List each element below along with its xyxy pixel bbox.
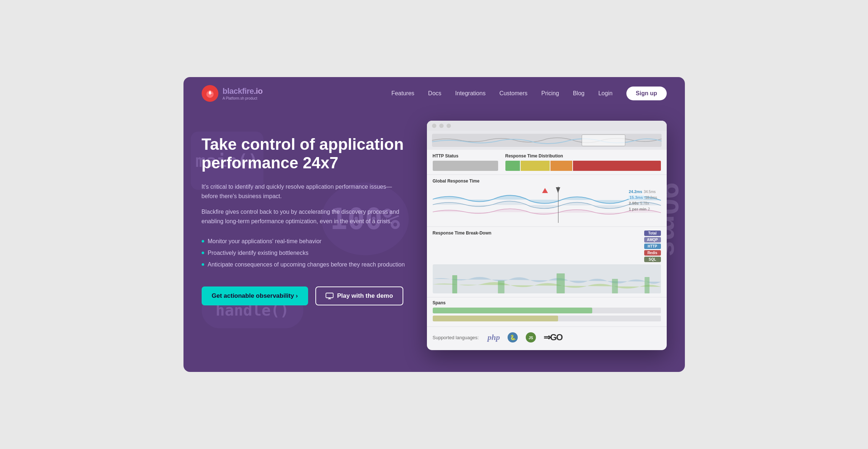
supported-languages: Supported languages: php 🐍 <box>427 326 667 346</box>
hero-buttons: Get actionable observability › Play with… <box>202 286 405 305</box>
bullet-3: Anticipate consequences of upcoming chan… <box>202 259 405 270</box>
nav-docs[interactable]: Docs <box>428 90 441 97</box>
hero-left: Take control of application performance … <box>202 124 405 350</box>
spans-bar-2 <box>433 316 661 321</box>
nav-customers[interactable]: Customers <box>499 90 527 97</box>
logo[interactable]: blackfire.io A Platform.sh product <box>202 85 263 102</box>
tag-total: Total <box>644 230 661 236</box>
nodejs-logo: JS <box>525 332 536 343</box>
status-row: HTTP Status Response Time Distribution <box>427 150 667 175</box>
panel-titlebar <box>427 121 667 131</box>
spans-fill-2 <box>433 316 558 321</box>
tag-amqp: AMQP <box>644 237 661 242</box>
titlebar-dot-1 <box>432 124 436 128</box>
svg-rect-3 <box>452 275 457 293</box>
rtb-title: Response Time Break-Down <box>433 230 492 236</box>
spans-fill-1 <box>433 308 593 313</box>
logo-subtitle: A Platform.sh product <box>223 96 263 100</box>
svg-text:🐍: 🐍 <box>509 334 516 341</box>
response-dist-block: Response Time Distribution <box>505 153 661 171</box>
tag-redis: Redis <box>644 250 661 256</box>
go-logo: ⇒GO <box>544 332 562 342</box>
bullet-dot-3 <box>202 263 204 266</box>
php-logo: php <box>488 333 500 342</box>
bullet-1: Monitor your applications' real-time beh… <box>202 236 405 247</box>
demo-button[interactable]: Play with the demo <box>315 286 403 305</box>
hero-section: main() 100% handle() 90ms Take control o… <box>183 110 685 372</box>
grt-val-4: 1 per min 2 <box>629 207 657 211</box>
signup-button[interactable]: Sign up <box>626 87 667 100</box>
bullet-dot-1 <box>202 240 204 242</box>
bullet-dot-2 <box>202 252 204 254</box>
logo-name: blackfire.io <box>223 87 263 96</box>
dashboard-panel: HTTP Status Response Time Distribution <box>427 121 667 350</box>
grt-title: Global Response Time <box>433 179 661 184</box>
grt-val-2: 15.3ms 18.2ms <box>629 195 657 200</box>
supported-langs-label: Supported languages: <box>433 335 479 340</box>
http-status-title: HTTP Status <box>433 153 498 159</box>
logo-text: blackfire.io A Platform.sh product <box>223 87 263 100</box>
dist-bar-red <box>573 161 661 171</box>
titlebar-dot-2 <box>439 124 444 128</box>
panel-timeline[interactable] <box>427 131 667 150</box>
navbar: blackfire.io A Platform.sh product Featu… <box>183 77 685 110</box>
bullet-2: Proactively identify existing bottleneck… <box>202 247 405 259</box>
svg-rect-1 <box>326 293 333 298</box>
http-status-block: HTTP Status <box>433 153 498 171</box>
nav-login[interactable]: Login <box>598 90 613 97</box>
spans-bar-1 <box>433 308 661 313</box>
dist-bars <box>505 161 661 171</box>
logo-icon <box>202 85 218 102</box>
dist-bar-orange <box>550 161 572 171</box>
spans-title: Spans <box>433 300 661 305</box>
rtb-header: Response Time Break-Down Total AMQP HTTP… <box>433 230 661 262</box>
cta-observability-button[interactable]: Get actionable observability › <box>202 286 308 305</box>
hero-right: HTTP Status Response Time Distribution <box>427 121 667 350</box>
titlebar-dot-3 <box>447 124 451 128</box>
dist-bar-yellow <box>521 161 550 171</box>
rtb-chart <box>433 264 661 293</box>
grt-values: 24.2ms 34.5ms 15.3ms 18.2ms 2.98s 5.78x <box>629 189 657 211</box>
nav-blog[interactable]: Blog <box>573 90 585 97</box>
nav-pricing[interactable]: Pricing <box>541 90 559 97</box>
timeline-track <box>432 134 662 147</box>
nav-links: Features Docs Integrations Customers Pri… <box>391 87 666 100</box>
spans-block: Spans <box>427 297 667 326</box>
grt-block: Global Response Time <box>427 175 667 227</box>
language-logos: php 🐍 JS ⇒GO <box>488 332 562 343</box>
svg-text:JS: JS <box>529 336 533 340</box>
nav-integrations[interactable]: Integrations <box>455 90 486 97</box>
timeline-handle[interactable] <box>582 135 625 146</box>
hero-desc2: Blackfire gives control back to you by a… <box>202 207 405 226</box>
panel-body: HTTP Status Response Time Distribution <box>427 150 667 350</box>
hero-desc1: It's critical to identify and quickly re… <box>202 182 405 201</box>
tag-sql: SQL <box>644 257 661 262</box>
main-container: blackfire.io A Platform.sh product Featu… <box>183 77 685 372</box>
hero-bullets: Monitor your applications' real-time beh… <box>202 236 405 270</box>
svg-rect-4 <box>498 281 504 293</box>
response-dist-title: Response Time Distribution <box>505 153 661 159</box>
alert-marker <box>542 188 548 193</box>
svg-rect-7 <box>645 277 649 293</box>
svg-rect-2 <box>433 264 661 293</box>
rtb-block: Response Time Break-Down Total AMQP HTTP… <box>427 227 667 297</box>
python-logo: 🐍 <box>507 332 518 343</box>
http-status-bar <box>433 161 498 171</box>
nav-features[interactable]: Features <box>391 90 414 97</box>
monitor-icon <box>326 293 334 299</box>
rtb-tags: Total AMQP HTTP Redis SQL <box>644 230 661 262</box>
grt-chart: 24.2ms 34.5ms 15.3ms 18.2ms 2.98s 5.78x <box>433 187 661 223</box>
dist-bar-green <box>505 161 520 171</box>
hero-title: Take control of application performance … <box>202 135 405 172</box>
grt-val-1: 24.2ms 34.5ms <box>629 189 657 194</box>
svg-rect-5 <box>556 273 564 293</box>
tag-http: HTTP <box>644 244 661 249</box>
svg-rect-6 <box>612 279 618 293</box>
grt-val-3: 2.98s 5.78x <box>629 201 657 205</box>
